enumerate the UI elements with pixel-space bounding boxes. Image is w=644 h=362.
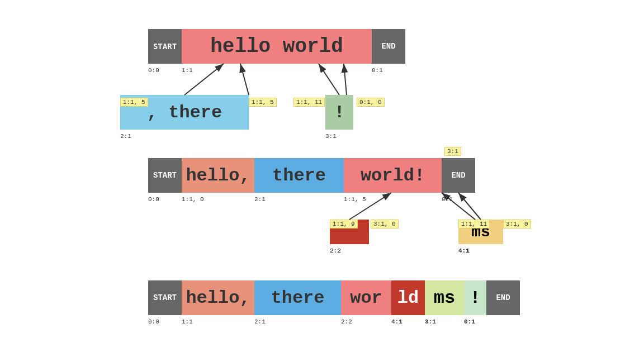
- row1-start-label: START: [153, 42, 177, 51]
- arrow-there2-to-hw: [240, 64, 249, 95]
- row5-excl: ! 0:1: [464, 280, 486, 315]
- row5-wor: wor 2:2: [341, 280, 391, 315]
- row5-there-bot: 2:1: [254, 318, 266, 325]
- label-r4-red-top: 1:1, 9: [330, 220, 358, 228]
- row2-there-bot: 2:1: [120, 133, 131, 140]
- row3-world-text: world!: [361, 165, 425, 186]
- row5-ld-text: ld: [397, 288, 419, 308]
- row1-end-label: END: [381, 42, 395, 51]
- row5-there: there 2:1: [254, 280, 341, 315]
- label-r2-there-right: 1:1, 5: [249, 98, 277, 107]
- row5-ms-bot: 3:1: [425, 318, 436, 325]
- row3-hello-bot: 1:1, 0: [182, 196, 204, 203]
- row1-helloworld-text: hello world: [210, 35, 343, 58]
- row5-excl-bot: 0:1: [464, 318, 475, 325]
- row3-end: END 0:1: [442, 158, 475, 193]
- row5-start-label: START: [153, 293, 177, 302]
- label-r4-red-right: 3:1, 0: [371, 220, 399, 228]
- row5-bar: START 0:0 hello, 1:1 there 2:1 wor 2:2 l…: [148, 280, 520, 315]
- row5-end-label: END: [496, 293, 510, 302]
- row3-start-bot: 0:0: [148, 196, 159, 203]
- label-r4-ms-right: 3:1, 0: [503, 220, 531, 228]
- row3-hello-text: hello,: [186, 165, 250, 186]
- row3-world-bot: 1:1, 5: [344, 196, 366, 203]
- row2-excl: ! 3:1: [325, 95, 353, 130]
- row3-start: START 0:0: [148, 158, 182, 193]
- row5-hello-text: hello,: [186, 288, 250, 308]
- row5-wor-bot: 2:2: [341, 318, 352, 325]
- row5-hello-bot: 1:1: [182, 318, 193, 325]
- row5-wor-text: wor: [350, 288, 382, 308]
- row1-start: START 0:0: [148, 29, 182, 64]
- row3-start-label: START: [153, 171, 177, 180]
- label-r3-31: 3:1: [444, 147, 461, 156]
- row3-world: world! 1:1, 5: [344, 158, 442, 193]
- row1-end: END 0:1: [372, 29, 405, 64]
- row5-start-bot: 0:0: [148, 318, 159, 325]
- row5-excl-text: !: [470, 288, 480, 308]
- row2-there-text: , there: [147, 102, 222, 123]
- row3-bar: START 0:0 hello, 1:1, 0 there 2:1 world!…: [148, 158, 475, 193]
- row5-ld: ld 4:1: [391, 280, 425, 315]
- row3-there: there 2:1: [254, 158, 344, 193]
- label-r2-excl-left: 1:1, 11: [293, 98, 325, 107]
- row5-there-text: there: [271, 288, 324, 308]
- row3-end-label: END: [451, 171, 465, 180]
- label-r2-there-left: 1:1, 5: [120, 98, 148, 107]
- arrow-ms2-to-world: [458, 193, 481, 220]
- row3-there-text: there: [272, 165, 326, 186]
- row2-excl-cell: ! 3:1: [325, 95, 353, 130]
- row5-ms: ms 3:1: [425, 280, 464, 315]
- row5-ld-bot: 4:1: [391, 318, 402, 325]
- row3-hello: hello, 1:1, 0: [182, 158, 254, 193]
- row1-end-bot: 0:1: [372, 67, 383, 74]
- arrow-excl2-to-hw: [344, 64, 347, 95]
- row3-end-bot: 0:1: [442, 196, 453, 203]
- row1-helloworld: hello world 1:1: [182, 29, 372, 64]
- row5-start: START 0:0: [148, 280, 182, 315]
- diagram-container: START 0:0 hello world 1:1 END 0:1 , ther…: [0, 0, 644, 362]
- row4-ms-bot: 4:1: [458, 247, 470, 254]
- row1-bar: START 0:0 hello world 1:1 END 0:1: [148, 29, 405, 64]
- row2-excl-text: !: [334, 102, 344, 123]
- row1-start-botlabel: 0:0: [148, 67, 159, 74]
- row5-end: END: [486, 280, 520, 315]
- row3-there-bot: 2:1: [254, 196, 266, 203]
- row1-hw-bot: 1:1: [182, 67, 193, 74]
- row2-excl-bot: 3:1: [325, 133, 337, 140]
- label-r4-ms-top: 1:1, 11: [458, 220, 490, 228]
- row5-hello: hello, 1:1: [182, 280, 254, 315]
- row4-red-bot: 2:2: [330, 247, 341, 254]
- arrow-excl-to-hw: [319, 64, 339, 95]
- label-r2-excl-right: 0:1, 0: [357, 98, 385, 107]
- row5-ms-text: ms: [434, 288, 455, 308]
